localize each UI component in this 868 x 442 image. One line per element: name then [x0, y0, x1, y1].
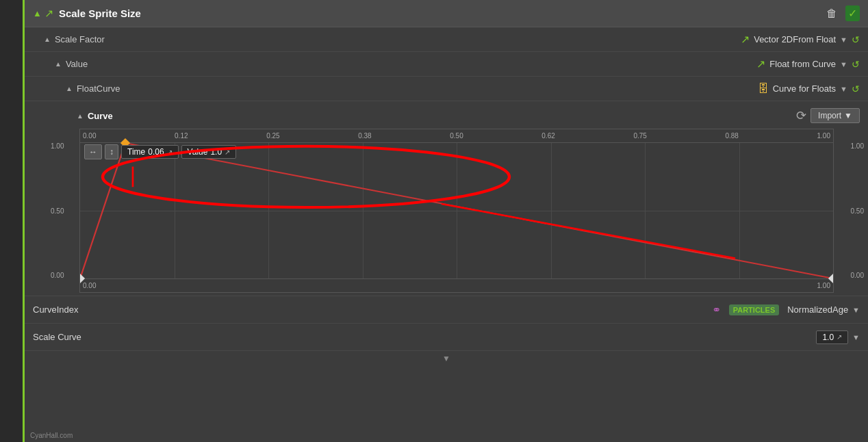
reset-icon-3[interactable]: ↺ — [852, 83, 860, 94]
x-bot-label-0: 0.00 — [83, 282, 96, 289]
main-container: ▲ ↗ Scale Sprite Size 🗑 ✓ ▲ Scale Factor… — [0, 0, 868, 442]
curve-index-label: CurveIndex — [33, 304, 78, 315]
dropdown-arrow-3[interactable]: ▼ — [840, 85, 847, 93]
left-bar — [0, 0, 25, 442]
fit-horizontal-button[interactable]: ↔ — [84, 144, 102, 159]
scroll-down-icon: ▼ — [442, 354, 450, 363]
normalized-age-label: NormalizedAge — [787, 304, 848, 315]
particles-badge: PARTICLES — [729, 304, 780, 315]
x-label-6: 0.75 — [633, 132, 646, 140]
curve-icon-2: ↗ — [756, 57, 765, 70]
x-axis-bottom: 0.00 1.00 — [80, 278, 833, 292]
time-label: Time — [127, 147, 145, 157]
value-row: ▲ Value ↗ Float from Curve ▼ ↺ — [25, 52, 868, 77]
bottom-section: CurveIndex ⚭ PARTICLES NormalizedAge ▼ S… — [25, 296, 868, 366]
x-label-1: 0.12 — [175, 132, 188, 140]
scale-factor-value: ↗ Vector 2DFrom Float ▼ ↺ — [741, 33, 860, 46]
page-title: Scale Sprite Size — [59, 8, 824, 19]
x-label-7: 0.88 — [725, 132, 738, 140]
x-axis-top: 0.00 0.12 0.25 0.38 0.50 0.62 0.75 0.88 … — [80, 129, 833, 143]
dropdown-arrow-2[interactable]: ▼ — [840, 60, 847, 68]
green-arrow-icon: ↗ — [44, 7, 53, 20]
curve-icon-1: ↗ — [741, 33, 750, 46]
x-label-3: 0.38 — [358, 132, 371, 140]
scale-factor-type: Vector 2DFrom Float — [754, 34, 836, 44]
y-axis-left: 1.00 0.50 0.00 — [51, 142, 64, 279]
x-label-0: 0.00 — [83, 132, 96, 140]
value-label: Value — [66, 59, 88, 69]
confirm-button[interactable]: ✓ — [845, 5, 860, 21]
curve-section: ▲ Curve ⟳ Import ▼ 1.00 0.50 0.00 — [25, 101, 868, 296]
collapse-value-icon[interactable]: ▲ — [55, 60, 62, 68]
value-value-in-box: 1.0 — [210, 147, 222, 157]
y-label-bot-left: 0.00 — [51, 272, 64, 279]
reset-icon-1[interactable]: ↺ — [852, 34, 860, 45]
value-type: Float from Curve — [769, 59, 836, 69]
float-curve-value: 🗄 Curve for Floats ▼ ↺ — [758, 83, 860, 95]
y-label-bot-right: 0.00 — [851, 272, 864, 279]
link-icon: ⚭ — [712, 303, 721, 316]
content-area: ▲ ↗ Scale Sprite Size 🗑 ✓ ▲ Scale Factor… — [25, 0, 868, 442]
curve-index-row: CurveIndex ⚭ PARTICLES NormalizedAge ▼ — [25, 296, 868, 324]
dropdown-arrow-1[interactable]: ▼ — [840, 36, 847, 44]
x-label-2: 0.25 — [266, 132, 279, 140]
import-dropdown-arrow-icon: ▼ — [844, 111, 852, 120]
fit-vertical-button[interactable]: ↕ — [105, 144, 118, 159]
delete-button[interactable]: 🗑 — [824, 6, 840, 21]
collapse-arrow-icon[interactable]: ▲ — [33, 8, 42, 18]
y-label-mid-right: 0.50 — [851, 207, 864, 215]
curve-label: Curve — [88, 111, 113, 121]
value-input-box[interactable]: Value 1.0 ↗ — [181, 145, 237, 159]
collapse-float-curve-icon[interactable]: ▲ — [66, 85, 73, 92]
curve-link-icon: ⟳ — [796, 108, 806, 123]
x-label-4: 0.50 — [450, 132, 463, 140]
import-button[interactable]: Import ▼ — [810, 108, 860, 123]
curve-graph-container[interactable]: 1.00 0.50 0.00 1.00 0.50 0.00 0.00 0.12 — [79, 129, 834, 293]
scale-factor-label: Scale Factor — [55, 34, 105, 44]
scale-curve-input[interactable]: 1.0 ↗ — [816, 330, 848, 344]
y-label-top-right: 1.00 — [851, 142, 864, 150]
y-axis-right: 1.00 0.50 0.00 — [851, 142, 864, 279]
time-input-box[interactable]: Time 0.06 ↗ — [121, 145, 179, 159]
float-curve-type: Curve for Floats — [773, 83, 836, 94]
collapse-curve-icon[interactable]: ▲ — [77, 112, 84, 120]
graph-toolbar: ↔ ↕ Time 0.06 ↗ Value 1.0 ↗ — [84, 144, 236, 159]
watermark: CyanHall.com — [30, 432, 73, 439]
curve-label-row: ▲ Curve ⟳ Import ▼ — [25, 101, 868, 126]
time-value: 0.06 — [148, 147, 164, 157]
scroll-indicator: ▼ — [25, 351, 868, 366]
header-icons: 🗑 ✓ — [824, 5, 860, 21]
graph-box[interactable]: 0.00 0.12 0.25 0.38 0.50 0.62 0.75 0.88 … — [79, 129, 834, 293]
x-bot-label-8: 1.00 — [817, 282, 830, 289]
header-row: ▲ ↗ Scale Sprite Size 🗑 ✓ — [25, 0, 868, 27]
scale-factor-row: ▲ Scale Factor ↗ Vector 2DFrom Float ▼ ↺ — [25, 27, 868, 52]
curve-svg — [80, 143, 833, 278]
x-label-5: 0.62 — [541, 132, 554, 140]
float-curve-label: FloatCurve — [77, 83, 120, 94]
scale-curve-row: Scale Curve 1.0 ↗ ▼ — [25, 324, 868, 351]
time-expand-icon[interactable]: ↗ — [167, 148, 173, 156]
scale-curve-expand-icon[interactable]: ↗ — [837, 333, 842, 341]
db-icon: 🗄 — [758, 83, 769, 95]
y-label-mid-left: 0.50 — [51, 207, 64, 215]
scale-curve-label: Scale Curve — [33, 332, 81, 342]
y-label-top-left: 1.00 — [51, 142, 64, 150]
value-expand-icon[interactable]: ↗ — [225, 148, 230, 156]
scale-curve-dropdown-icon[interactable]: ▼ — [852, 333, 860, 341]
float-curve-row: ▲ FloatCurve 🗄 Curve for Floats ▼ ↺ — [25, 77, 868, 101]
collapse-scale-factor-icon[interactable]: ▲ — [44, 36, 51, 43]
scale-curve-value: 1.0 — [822, 333, 834, 342]
reset-icon-2[interactable]: ↺ — [852, 59, 860, 70]
curve-index-dropdown-icon[interactable]: ▼ — [852, 306, 860, 314]
value-label-in-box: Value — [188, 147, 208, 157]
value-value: ↗ Float from Curve ▼ ↺ — [756, 57, 860, 70]
x-label-8: 1.00 — [817, 132, 830, 140]
